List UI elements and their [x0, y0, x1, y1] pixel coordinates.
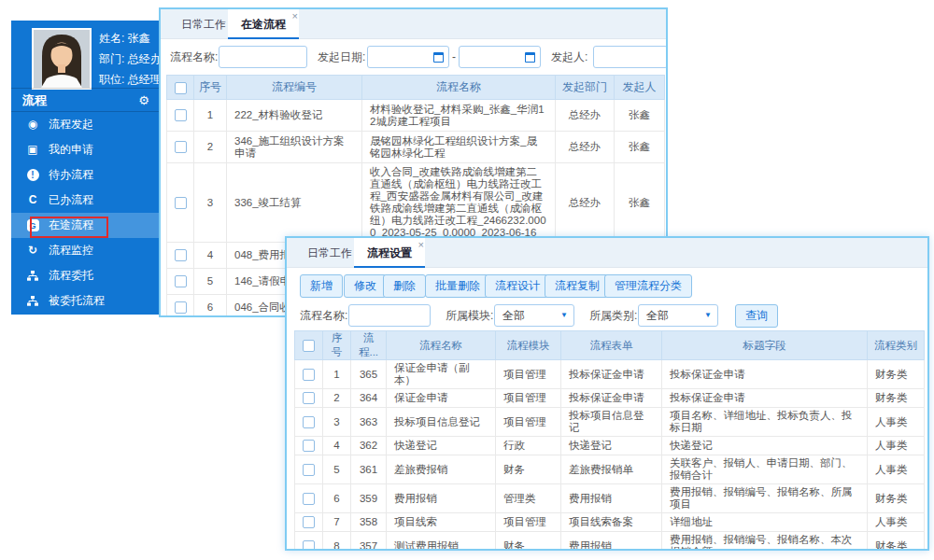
row-checkbox[interactable] — [303, 416, 315, 428]
row-checkbox[interactable] — [303, 516, 315, 528]
calendar-icon[interactable] — [525, 52, 535, 63]
row-checkbox[interactable] — [175, 275, 187, 287]
gear-icon[interactable]: ⚙ — [138, 89, 149, 112]
sidebar-item-delegated-processes[interactable]: 被委托流程 — [11, 288, 159, 314]
table-cell: 项目管理 — [496, 360, 561, 389]
select-all-checkbox[interactable] — [303, 340, 315, 352]
table-cell: 5 — [323, 455, 351, 484]
start-date-to-input[interactable] — [459, 46, 541, 68]
process-name-input-field[interactable] — [349, 305, 430, 326]
row-checkbox[interactable] — [303, 464, 315, 476]
sidebar-item-label: 被委托流程 — [49, 294, 105, 307]
row-checkbox[interactable] — [303, 493, 315, 505]
tab-label: 日常工作 — [181, 18, 226, 31]
panel1-tabbar: 日常工作 在途流程 × — [161, 9, 666, 39]
table-cell: 项目管理 — [496, 408, 561, 437]
col-header-code: 流程... — [351, 331, 387, 360]
table-row: 8357测试费用报销财务费用报销费用报销、报销编号、报销名称、本次报销金额财务类 — [295, 532, 925, 552]
app-window: 姓名: 张鑫 部门: 总经办 职位: 总经理 流程 ⚙ ◉ 流程发起 ▣ 我的申… — [0, 0, 934, 560]
category-label: 所属类别: — [589, 304, 637, 327]
col-header-person: 发起人 — [615, 76, 665, 100]
col-header-form: 流程表单 — [561, 331, 662, 360]
close-icon[interactable]: × — [418, 240, 424, 250]
row-checkbox[interactable] — [175, 141, 187, 153]
table-cell: 7 — [323, 513, 351, 532]
close-icon[interactable]: × — [292, 11, 298, 21]
table-cell: 362 — [351, 437, 387, 455]
row-checkbox[interactable] — [175, 249, 187, 261]
table-cell: 张鑫 — [615, 163, 665, 243]
initiator-input-field[interactable] — [594, 47, 667, 67]
row-checkbox[interactable] — [303, 540, 315, 551]
row-checkbox[interactable] — [175, 109, 187, 121]
manage-category-button[interactable]: 管理流程分类 — [604, 274, 692, 298]
batch-delete-button[interactable]: 批量删除 — [425, 274, 490, 298]
start-date-label: 发起日期: — [318, 46, 365, 68]
table-cell: 222_材料验收登记 — [227, 100, 362, 132]
table-cell: 投标保证金申请 — [561, 389, 662, 408]
delete-button[interactable]: 删除 — [383, 274, 426, 298]
sidebar-item-my-applications[interactable]: ▣ 我的申请 — [11, 137, 159, 162]
table-cell: 6 — [323, 484, 351, 513]
id-card-icon: ▣ — [22, 137, 43, 162]
select-all-checkbox[interactable] — [175, 82, 187, 94]
table-cell: 4 — [323, 437, 351, 455]
row-checkbox[interactable] — [303, 392, 315, 404]
profile-name: 姓名: 张鑫 — [99, 28, 162, 49]
start-date-from-input[interactable] — [367, 46, 449, 68]
search-button[interactable]: 查询 — [735, 304, 778, 328]
process-name-input-field[interactable] — [219, 47, 306, 67]
sidebar-item-in-transit-processes[interactable]: G 在途流程 — [11, 213, 159, 238]
profile-info: 姓名: 张鑫 部门: 总经办 职位: 总经理 — [99, 28, 162, 90]
initiator-input[interactable] — [593, 46, 668, 68]
row-checkbox[interactable] — [303, 440, 315, 452]
process-copy-button[interactable]: 流程复制 — [545, 274, 610, 298]
sidebar-item-label: 在途流程 — [49, 218, 93, 231]
process-settings-window: 日常工作 流程设置 × 新增 修改 删除 批量删除 流程设计 流程复制 管理流程… — [285, 236, 929, 551]
col-header-name: 流程名称 — [362, 76, 556, 100]
col-header-no: 序号 — [194, 76, 227, 100]
process-design-button[interactable]: 流程设计 — [485, 274, 550, 298]
process-name-label: 流程名称: — [300, 304, 347, 327]
table-cell: 项目管理 — [496, 389, 561, 408]
category-select[interactable]: 全部 ▼ — [638, 304, 718, 327]
table-cell: 费用报销、报销编号、报销名称、本次报销金额 — [662, 532, 868, 552]
sitemap-icon — [22, 263, 43, 288]
table-cell: 项目线索 — [387, 513, 496, 532]
table-cell: 测试费用报销 — [387, 532, 496, 552]
edit-button[interactable]: 修改 — [344, 274, 387, 298]
row-checkbox[interactable] — [303, 369, 315, 381]
table-cell: 投标项目信息登记 — [561, 408, 662, 437]
module-select[interactable]: 全部 ▼ — [494, 304, 574, 327]
sidebar-item-done-processes[interactable]: C 已办流程 — [11, 188, 159, 213]
profile-photo — [32, 28, 92, 90]
process-name-input[interactable] — [219, 46, 307, 68]
sidebar: 姓名: 张鑫 部门: 总经办 职位: 总经理 流程 ⚙ ◉ 流程发起 ▣ 我的申… — [11, 21, 159, 315]
table-cell: 快递登记 — [662, 437, 868, 455]
table-cell: 投标保证金申请 — [662, 389, 868, 408]
tab-in-transit[interactable]: 在途流程 × — [228, 9, 299, 39]
process-name-input[interactable] — [348, 304, 431, 327]
add-button[interactable]: 新增 — [300, 274, 343, 298]
category-select-value: 全部 — [646, 309, 669, 322]
table-cell: 项目管理 — [496, 513, 561, 532]
col-header-category: 流程类别 — [868, 331, 925, 360]
exclamation-circle-icon: ! — [22, 162, 43, 188]
profile-position: 职位: 总经理 — [99, 69, 162, 90]
table-cell: 财务类 — [868, 360, 925, 389]
sidebar-item-todo-processes[interactable]: ! 待办流程 — [11, 162, 159, 188]
sidebar-item-process-monitor[interactable]: ↻ 流程监控 — [11, 238, 159, 263]
tab-process-settings[interactable]: 流程设置 × — [354, 238, 425, 268]
table-cell: 材料验收登记_材料采购_张鑫_华润12城房建工程项目 — [362, 100, 556, 132]
table-cell: 358 — [351, 513, 387, 532]
monitor-refresh-icon: ↻ — [22, 238, 43, 263]
calendar-icon[interactable] — [433, 52, 444, 63]
sidebar-item-process-start[interactable]: ◉ 流程发起 — [11, 112, 159, 137]
table-header-row: 序号 流程... 流程名称 流程模块 流程表单 标题字段 流程类别 — [295, 331, 925, 360]
row-checkbox[interactable] — [175, 301, 187, 314]
table-cell: 总经办 — [556, 132, 615, 163]
row-checkbox[interactable] — [175, 197, 187, 209]
col-header-code: 流程编号 — [227, 76, 362, 100]
sidebar-item-label: 我的申请 — [49, 143, 93, 156]
sidebar-item-process-delegate[interactable]: 流程委托 — [11, 263, 159, 288]
